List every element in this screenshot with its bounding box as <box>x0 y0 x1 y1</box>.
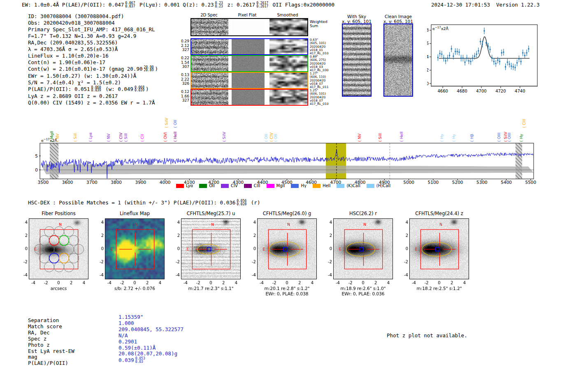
spectrum-line-label: ( SiIV <box>165 118 169 128</box>
cutout-xtick: 4 <box>156 281 164 285</box>
cutout-xtick: -4 <box>105 281 114 285</box>
spec2d-col-title: Pixel Flat <box>231 13 264 17</box>
svg-text:8: 8 <box>427 28 429 32</box>
cutout-ytick: 2 <box>249 233 256 238</box>
spectrum-line-label: ( OII <box>173 120 177 128</box>
spec2d-column-titles: 2D SpecPixel FlatSmoothed <box>190 13 308 17</box>
sky-canvas <box>343 24 371 96</box>
spec2d-row-left-labels: 0.221.54307 <box>173 56 189 69</box>
cutout-ytick: -4 <box>249 273 256 277</box>
cutout-ytick: 2 <box>21 233 28 238</box>
cutout-ytick: 0 <box>325 246 332 251</box>
cutout-xtick: -2 <box>42 281 50 285</box>
svg-text:4680: 4680 <box>457 89 467 93</box>
svg-text:2: 2 <box>427 68 429 72</box>
svg-text:4740: 4740 <box>515 89 525 93</box>
spec2d-image <box>191 56 228 71</box>
spec2d-strip-row <box>190 72 308 89</box>
left-label-line: 327 <box>173 98 189 103</box>
cutout-ytick: -2 <box>402 260 408 264</box>
pixel-flat-image <box>232 56 265 71</box>
cutout-xtick: -2 <box>194 281 202 285</box>
legend-label: (K)CaII <box>346 183 360 188</box>
legend-swatch <box>291 184 299 188</box>
info-line: λ = 4703.36Å σ = 2.65(±0.53)Å <box>28 46 158 53</box>
spectrum-line-label: ( CIII <box>522 119 526 128</box>
cutout-ytick: 0 <box>173 246 180 251</box>
sky-panel-title: Clean Imagex, y: 605, 101 <box>377 14 419 24</box>
cutout-ytick: 0 <box>402 246 408 251</box>
sky-title-line: Clean Image <box>377 14 419 19</box>
weighted-sum-label: WeightedSum <box>310 20 327 28</box>
cutout-xtick: 0 <box>283 281 291 285</box>
info-line: P(LAE)/P(OII): 0.0510.0680.039 (w: 0.049… <box>28 86 158 93</box>
match-row-value: 1.15359" <box>118 314 183 320</box>
photz-note: Phot z plot not available. <box>387 332 467 339</box>
cutout-xtick: 0 <box>207 281 215 285</box>
cutout-image-g: NE <box>257 218 317 279</box>
cutout-ytick: -2 <box>325 260 332 264</box>
header-summary: EW: 1.0±0.4Å P(LAE)/P(OII): 0.0470.0670.… <box>22 2 334 9</box>
flux-units-label: e−17x2Å <box>432 26 448 31</box>
info-line: Obs: 20200420v018_3007088004 <box>28 20 158 26</box>
cutout-xtick: 2 <box>295 281 304 285</box>
match-row-label: Photo z <box>28 342 74 348</box>
weighted-sum-line: Sum <box>310 24 327 28</box>
left-label-line: 326 <box>173 81 189 86</box>
spec2d-row-left-labels: 0.121.66327 <box>173 90 189 103</box>
spectrum-line-label: ( NV <box>358 134 362 142</box>
cutout-ytick: 2 <box>97 233 104 238</box>
cutout-ytick: 4 <box>325 220 332 225</box>
cutout-xtick: -4 <box>29 281 37 285</box>
cutout-xtick: 2 <box>219 281 228 285</box>
cutout-title: Fiber Positions <box>21 211 97 216</box>
spec2d-row-left-labels: 0.132.22326 <box>173 73 189 86</box>
cutout-ytick: 0 <box>21 246 28 251</box>
pixel-flat-image <box>232 39 265 54</box>
pixel-flat-image <box>232 73 265 88</box>
cutout-caption: m:18.2 re:2.5" s:1.2" <box>401 286 477 291</box>
smoothed-image <box>269 56 307 71</box>
smoothed-image <box>269 90 307 105</box>
cutout-xtick: 4 <box>460 281 469 285</box>
cutout-ytick: -2 <box>21 260 28 264</box>
legend-label: (H)CaII <box>376 183 390 188</box>
info-line: Cont(w) = 2.10(±0.01)e-17 (gmag 20.9020.… <box>28 66 158 73</box>
spectrum-line-label: ( NV <box>56 134 60 142</box>
spec2d-image <box>191 73 228 88</box>
spec2d-strip-row <box>190 55 308 72</box>
info-line: Cont(n) = 1.90(±0.06)e-17 <box>28 59 158 66</box>
svg-text:E: E <box>111 247 113 251</box>
match-row-label: Est LyA rest-EW <box>28 348 74 355</box>
cutout-xtick: -4 <box>258 281 266 285</box>
cutout-caption2: EWr: 0, PLAE: 0.038 <box>249 291 325 296</box>
legend-label: Hγ <box>301 183 306 188</box>
cutout-image-fluxmap: NE <box>105 218 165 279</box>
info-line: ID: 3007088004 (3007088004.pdf) <box>28 13 158 20</box>
match-table-labels: SeparationMatch scoreRA, DecSpec zPhoto … <box>28 318 74 366</box>
legend-swatch <box>267 184 274 188</box>
spectrum-ytick: 5 <box>32 153 38 158</box>
report-version: Version 1.22.3 <box>496 2 539 8</box>
spectrum-line-label: ( OIII <box>497 132 501 142</box>
svg-text:N: N <box>287 223 290 227</box>
cutout-xtick: 2 <box>372 281 380 285</box>
smoothed-image <box>269 39 307 54</box>
svg-text:N: N <box>135 223 138 227</box>
svg-text:4720: 4720 <box>495 89 506 93</box>
spectrum-line-label: ( SiIV <box>222 132 226 142</box>
cutout-ytick: -2 <box>249 260 256 264</box>
cutout-xtick: -2 <box>118 281 126 285</box>
cutout-ytick: 2 <box>402 233 408 238</box>
cutout-xtick: -2 <box>423 281 431 285</box>
spectrum-line-label: ( Hγ <box>440 134 444 142</box>
info-line: RA,Dec (209.040283,55.322556) <box>28 39 158 46</box>
match-row-label: RA, Dec <box>28 330 74 336</box>
spectrum-line-label: ( SiII <box>73 133 77 142</box>
legend-label: OII <box>209 183 215 188</box>
cutout-title: Lineflux Map <box>97 211 173 216</box>
with-sky-image <box>342 23 372 97</box>
spectrum-line-label: ( HeII <box>173 132 177 142</box>
spec2d-strip-row <box>190 18 308 36</box>
sky-canvas <box>384 24 412 96</box>
